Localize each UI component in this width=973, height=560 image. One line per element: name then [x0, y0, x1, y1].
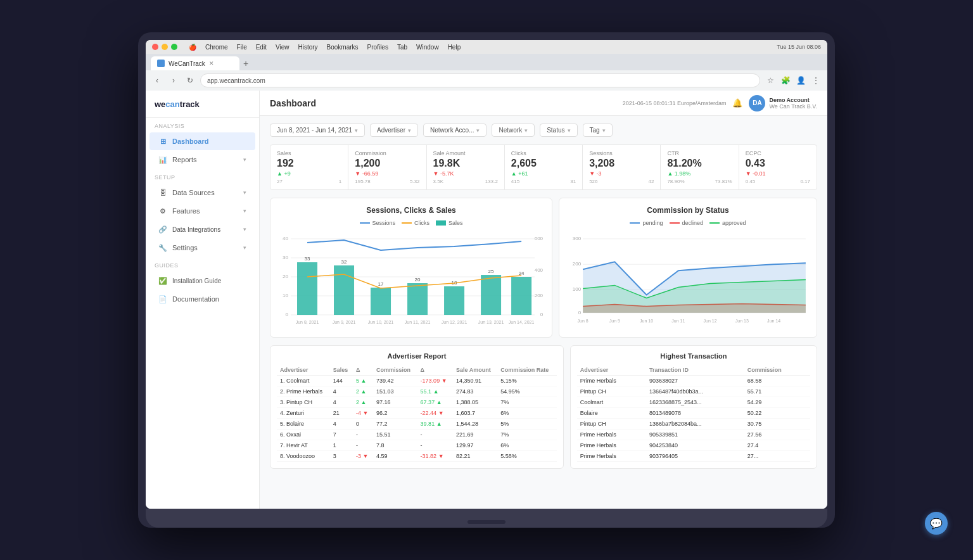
back-button[interactable]: ‹: [151, 74, 163, 87]
ht-col-advertiser: Advertiser: [577, 365, 646, 376]
menu-icon[interactable]: ⋮: [810, 74, 822, 87]
browser-tab-active[interactable]: WeCanTrack ✕: [151, 56, 239, 70]
commission-chart-title: Commission by Status: [567, 206, 809, 215]
cell-commission: 96.2: [373, 407, 417, 418]
sidebar-item-documentation[interactable]: 📄 Documentation: [149, 290, 255, 308]
menu-chrome[interactable]: Chrome: [205, 44, 228, 51]
sidebar-item-data-sources[interactable]: 🗄 Data Sources ▾: [149, 184, 255, 201]
macos-time: Tue 15 Jun 08:06: [777, 44, 821, 50]
ctr-change: ▲ 1.98%: [667, 170, 732, 177]
svg-text:20: 20: [283, 274, 288, 279]
sales-legend-bar: [436, 220, 446, 226]
installation-icon: ✅: [158, 276, 167, 285]
header-right: 2021-06-15 08:01:31 Europe/Amsterdam 🔔 D…: [623, 95, 817, 111]
cell-sales: 4: [330, 418, 353, 429]
cell-comm-delta: -22.44 ▼: [417, 407, 453, 418]
menu-profiles[interactable]: Profiles: [367, 44, 388, 51]
network-account-filter[interactable]: Network Acco... ▾: [423, 124, 486, 137]
status-filter[interactable]: Status ▾: [540, 124, 577, 137]
sidebar-item-settings[interactable]: 🔧 Settings ▾: [149, 239, 255, 257]
ctr-max: 73.81%: [715, 179, 732, 184]
cell-sales-delta: 0: [353, 418, 373, 429]
menu-help[interactable]: Help: [448, 44, 461, 51]
col-comm-rate: Commission Rate: [497, 365, 557, 376]
user-company: We Can Track B.V.: [769, 103, 817, 110]
sidebar-item-reports[interactable]: 📊 Reports ▾: [149, 151, 255, 169]
sidebar-item-dashboard[interactable]: ⊞ Dashboard: [149, 132, 255, 150]
close-dot[interactable]: [152, 44, 158, 50]
date-filter-chevron-icon: ▾: [355, 127, 358, 134]
sidebar-item-installation[interactable]: ✅ Installation Guide: [149, 272, 255, 290]
menu-history[interactable]: History: [298, 44, 317, 51]
menu-file[interactable]: File: [237, 44, 247, 51]
cell-sales-delta: -: [353, 440, 373, 450]
date-filter[interactable]: Jun 8, 2021 - Jun 14, 2021 ▾: [270, 124, 365, 137]
account-icon[interactable]: 👤: [794, 74, 807, 87]
cell-sale-amount: 1,388.05: [453, 397, 497, 407]
charts-row: Sessions, Clicks & Sales Sessions Clicks: [270, 198, 817, 338]
svg-text:30: 30: [283, 255, 288, 260]
menu-apple[interactable]: 🍎: [189, 44, 196, 51]
ht-cell-transaction: 1366ba7b82084ba...: [646, 418, 744, 429]
svg-rect-17: [407, 283, 428, 315]
table-row: 6. Oxxai 7 - 15.51 - 221.69 7%: [277, 429, 557, 440]
sidebar-logo: wecantrack: [146, 91, 259, 118]
sidebar-section-analysis: Analysis: [146, 118, 259, 132]
stat-card-sessions: Sessions 3,208 ▼ -3 526 42: [583, 145, 661, 189]
status-filter-chevron-icon: ▾: [568, 127, 571, 134]
svg-rect-19: [481, 275, 501, 315]
menu-window[interactable]: Window: [416, 44, 439, 51]
cell-sale-amount: 1,544.28: [453, 418, 497, 429]
pending-legend-line: [630, 222, 640, 224]
menu-bookmarks[interactable]: Bookmarks: [327, 44, 359, 51]
new-tab-button[interactable]: +: [243, 56, 248, 70]
refresh-button[interactable]: ↻: [184, 74, 196, 87]
commission-chart-svg: 300 200 100 0: [567, 231, 809, 327]
ht-cell-commission: 50.22: [744, 407, 810, 418]
stat-card-clicks: Clicks 2,605 ▲ +61 415 31: [505, 145, 583, 189]
sale-amount-title: Sale Amount: [433, 150, 498, 156]
integrations-chevron-icon: ▾: [243, 226, 246, 232]
legend-pending: pending: [630, 220, 663, 226]
notification-bell-icon[interactable]: 🔔: [732, 98, 742, 108]
user-profile[interactable]: DA Demo Account We Can Track B.V.: [749, 95, 817, 111]
tab-close-button[interactable]: ✕: [209, 60, 214, 67]
sidebar-item-data-integrations[interactable]: 🔗 Data Integrations ▾: [149, 220, 255, 238]
url-bar[interactable]: app.wecantrack.com: [200, 73, 760, 87]
bookmark-icon[interactable]: ☆: [764, 74, 777, 87]
window-controls: [152, 44, 177, 50]
chat-button[interactable]: 💬: [925, 512, 948, 535]
legend-sales: Sales: [436, 220, 463, 226]
sidebar-item-features[interactable]: ⚙ Features ▾: [149, 202, 255, 220]
menu-view[interactable]: View: [276, 44, 289, 51]
tag-filter-label: Tag: [590, 127, 600, 134]
advertiser-filter[interactable]: Advertiser ▾: [370, 124, 418, 137]
network-filter[interactable]: Network ▾: [492, 124, 535, 137]
extension-icon[interactable]: 🧩: [779, 74, 792, 87]
cell-sales: 21: [330, 407, 353, 418]
table-row: 5. Bolaire 4 0 77.2 39.81 ▲ 1,544.28 5%: [277, 418, 557, 429]
cell-sales-delta: 5 ▲: [353, 375, 373, 386]
cell-sale-amount: 129.97: [453, 440, 497, 450]
sale-amount-footer: 3.5K 133.2: [433, 179, 498, 184]
macos-menu-items: 🍎 Chrome File Edit View History Bookmark…: [189, 44, 461, 51]
cell-comm-delta: -: [417, 440, 453, 450]
date-filter-label: Jun 8, 2021 - Jun 14, 2021: [277, 127, 352, 134]
content-area: Jun 8, 2021 - Jun 14, 2021 ▾ Advertiser …: [260, 116, 827, 509]
menu-tab[interactable]: Tab: [397, 44, 407, 51]
ctr-min: 78.90%: [667, 179, 684, 184]
menu-edit[interactable]: Edit: [256, 44, 267, 51]
header-datetime: 2021-06-15 08:01:31 Europe/Amsterdam: [623, 100, 727, 106]
advertiser-filter-chevron-icon: ▾: [408, 127, 411, 134]
svg-text:Jun 10, 2021: Jun 10, 2021: [368, 320, 394, 324]
svg-text:200: 200: [573, 261, 582, 267]
forward-button[interactable]: ›: [167, 74, 180, 87]
sessions-legend-line: [360, 222, 370, 224]
browser-tabs-bar: WeCanTrack ✕ +: [146, 54, 827, 70]
browser-nav-icons: ☆ 🧩 👤 ⋮: [764, 74, 822, 87]
tag-filter[interactable]: Tag ▾: [583, 124, 613, 137]
minimize-dot[interactable]: [162, 44, 168, 50]
maximize-dot[interactable]: [171, 44, 177, 50]
svg-text:0: 0: [286, 312, 289, 317]
cell-rank-advertiser: 5. Bolaire: [277, 418, 330, 429]
